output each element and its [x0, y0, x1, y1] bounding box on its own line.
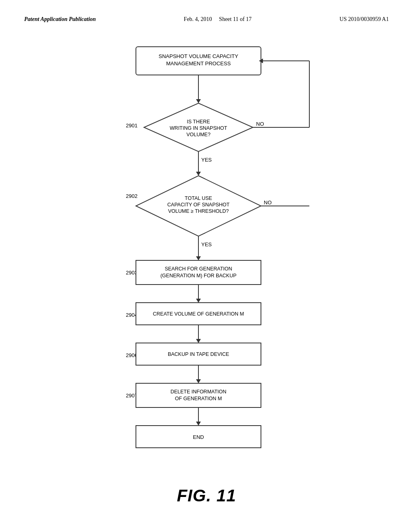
svg-marker-33 — [196, 299, 201, 303]
svg-text:SNAPSHOT VOLUME CAPACITY: SNAPSHOT VOLUME CAPACITY — [159, 53, 238, 59]
svg-text:2901: 2901 — [126, 123, 138, 129]
figure-label: FIG. 11 — [24, 486, 389, 505]
svg-text:IS THERE: IS THERE — [187, 119, 210, 125]
svg-text:NO: NO — [256, 121, 264, 127]
publication-label: Patent Application Publication — [24, 16, 96, 23]
svg-text:DELETE INFORMATION: DELETE INFORMATION — [171, 389, 227, 395]
svg-marker-12 — [196, 172, 201, 176]
svg-marker-49 — [196, 422, 201, 426]
svg-text:END: END — [193, 434, 204, 440]
svg-text:TOTAL USE: TOTAL USE — [185, 195, 212, 201]
patent-number: US 2010/0030959 A1 — [340, 16, 389, 23]
page-header: Patent Application Publication Feb. 4, 2… — [24, 16, 389, 23]
svg-text:OF GENERATION M: OF GENERATION M — [175, 396, 222, 401]
svg-text:2902: 2902 — [126, 193, 138, 199]
date-label: Feb. 4, 2010 Sheet 11 of 17 — [184, 16, 252, 23]
svg-text:MANAGEMENT PROCESS: MANAGEMENT PROCESS — [166, 60, 231, 66]
svg-text:BACKUP IN TAPE DEVICE: BACKUP IN TAPE DEVICE — [168, 351, 229, 357]
svg-text:CAPACITY OF SNAPSHOT: CAPACITY OF SNAPSHOT — [167, 202, 230, 208]
svg-text:VOLUME?: VOLUME? — [186, 132, 211, 137]
svg-text:CREATE VOLUME OF GENERATION M: CREATE VOLUME OF GENERATION M — [153, 311, 244, 317]
svg-text:NO: NO — [264, 200, 272, 206]
svg-text:YES: YES — [201, 241, 212, 247]
svg-text:SEARCH FOR GENERATION: SEARCH FOR GENERATION — [165, 266, 232, 272]
svg-rect-45 — [136, 383, 261, 407]
svg-rect-29 — [136, 260, 261, 285]
svg-marker-4 — [196, 99, 201, 103]
svg-text:VOLUME ≥ THRESHOLD?: VOLUME ≥ THRESHOLD? — [168, 208, 229, 214]
flowchart-diagram: SNAPSHOT VOLUME CAPACITY MANAGEMENT PROC… — [55, 39, 358, 474]
svg-text:WRITING IN SNAPSHOT: WRITING IN SNAPSHOT — [170, 125, 227, 131]
svg-marker-38 — [196, 339, 201, 343]
svg-marker-43 — [196, 379, 201, 383]
svg-text:(GENERATION M) FOR BACKUP: (GENERATION M) FOR BACKUP — [161, 273, 237, 278]
svg-marker-25 — [196, 256, 201, 260]
svg-text:YES: YES — [201, 157, 212, 163]
